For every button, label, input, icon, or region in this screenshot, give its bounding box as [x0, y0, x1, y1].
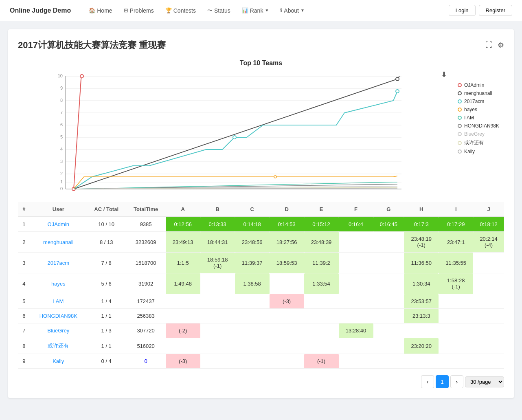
register-button[interactable]: Register: [479, 5, 512, 16]
cell-prob-H: 1:30:34: [404, 273, 439, 294]
cell-prob-G: [373, 323, 404, 338]
cell-prob-F: [339, 273, 373, 294]
cell-time: 256383: [126, 309, 165, 323]
login-button[interactable]: Login: [449, 5, 476, 16]
cell-user[interactable]: BlueGrey: [30, 323, 87, 338]
svg-text:2: 2: [60, 171, 63, 176]
cell-time: 31902: [126, 273, 165, 294]
page-size-select[interactable]: 30 /page 50 /page 100 /page: [465, 376, 504, 387]
nav-problems[interactable]: ⊞ Problems: [119, 5, 159, 16]
cell-prob-F: [339, 232, 373, 253]
prev-page-button[interactable]: ‹: [421, 375, 434, 388]
cell-rank: 9: [18, 354, 30, 369]
nav-status[interactable]: 〜 Status: [202, 4, 235, 17]
svg-point-38: [274, 176, 276, 178]
cell-prob-A: [166, 309, 200, 323]
cell-prob-F: [339, 253, 373, 273]
cell-prob-J: [473, 354, 504, 369]
cell-prob-B: [200, 309, 235, 323]
cell-time: 172437: [126, 294, 165, 309]
cell-prob-G: [373, 354, 404, 369]
table-row: 7 BlueGrey 1 / 3 307720 (-2)13:28:40: [18, 323, 504, 338]
nav-about[interactable]: ℹ About ▼: [275, 5, 309, 16]
next-page-button[interactable]: ›: [450, 375, 463, 388]
cell-user[interactable]: 或许还有: [30, 338, 87, 354]
cell-prob-H: [404, 323, 439, 338]
cell-rank: 2: [18, 232, 30, 253]
cell-prob-F: 0:16:4: [339, 217, 373, 232]
svg-point-35: [396, 77, 399, 81]
cell-ac: 1 / 3: [87, 323, 126, 338]
nav-about-label: About: [284, 7, 299, 14]
legend-label-huoxu: 或许还有: [464, 139, 484, 146]
settings-icon[interactable]: ⚙: [498, 41, 504, 50]
nav-rank[interactable]: 📊 Rank ▼: [237, 5, 274, 16]
cell-prob-C: [235, 309, 270, 323]
cell-prob-C: 0:14:18: [235, 217, 270, 232]
cell-time: 307720: [126, 323, 165, 338]
cell-user[interactable]: hayes: [30, 273, 87, 294]
cell-prob-C: 11:39:37: [235, 253, 270, 273]
cell-prob-G: [373, 309, 404, 323]
col-e: E: [304, 202, 339, 217]
col-user: User: [30, 202, 87, 217]
cell-prob-J: [473, 338, 504, 354]
cell-prob-G: [373, 338, 404, 354]
cell-prob-J: [473, 253, 504, 273]
cell-user[interactable]: Kally: [30, 354, 87, 369]
cell-prob-F: [339, 354, 373, 369]
table-header-row: # User AC / Total TotalTime A B C D E F …: [18, 202, 504, 217]
legend-hayes: hayes: [458, 107, 504, 112]
cell-prob-J: [473, 294, 504, 309]
download-icon[interactable]: ⬇: [441, 70, 447, 79]
svg-text:10: 10: [58, 73, 63, 78]
legend-dot-hayes: [458, 108, 462, 112]
cell-prob-I: [439, 323, 473, 338]
cell-time: 1518700: [126, 253, 165, 273]
cell-prob-C: 23:48:56: [235, 232, 270, 253]
cell-prob-B: [200, 294, 235, 309]
svg-text:9: 9: [60, 86, 63, 90]
rank-dropdown-icon: ▼: [265, 8, 269, 13]
col-i: I: [439, 202, 473, 217]
cell-prob-C: [235, 294, 270, 309]
cell-ac: 7 / 8: [87, 253, 126, 273]
chart-legend: OJAdmin menghuanali 2017acm hayes: [451, 70, 504, 192]
pagination: ‹ 1 › 30 /page 50 /page 100 /page: [18, 375, 504, 388]
legend-dot-iam: [458, 116, 462, 120]
cell-prob-D: [270, 323, 304, 338]
chart-section: Top 10 Teams 10 9 8 7 6 5 4 3 2 1: [18, 59, 504, 192]
table-row: 9 Kally 0 / 4 0 (-3)(-1): [18, 354, 504, 369]
svg-point-37: [396, 90, 399, 93]
nav-contests[interactable]: 🏆 Contests: [160, 5, 201, 16]
nav-home[interactable]: 🏠 Home: [84, 5, 117, 16]
cell-prob-E: 11:39:2: [304, 253, 339, 273]
cell-prob-E: [304, 323, 339, 338]
cell-user[interactable]: OJAdmin: [30, 217, 87, 232]
chart-svg: 10 9 8 7 6 5 4 3 2 1 0: [18, 70, 451, 192]
cell-prob-D: [270, 309, 304, 323]
legend-kally: Kally: [458, 149, 504, 154]
cell-prob-I: 0:17:29: [439, 217, 473, 232]
contest-title: 2017计算机技能大赛算法竞赛 重现赛: [18, 39, 166, 51]
cell-prob-H: 23:20:20: [404, 338, 439, 354]
cell-user[interactable]: I AM: [30, 294, 87, 309]
fullscreen-icon[interactable]: ⛶: [485, 41, 493, 50]
contest-actions: ⛶ ⚙: [485, 41, 504, 50]
chart-title: Top 10 Teams: [18, 59, 504, 67]
cell-user[interactable]: HONGDIAN98K: [30, 309, 87, 323]
cell-rank: 4: [18, 273, 30, 294]
cell-user[interactable]: 2017acm: [30, 253, 87, 273]
cell-ac: 1 / 1: [87, 309, 126, 323]
svg-text:7: 7: [60, 110, 63, 115]
cell-prob-E: [304, 294, 339, 309]
cell-prob-I: [439, 338, 473, 354]
cell-user[interactable]: menghuanali: [30, 232, 87, 253]
about-dropdown-icon: ▼: [300, 8, 305, 13]
cell-rank: 5: [18, 294, 30, 309]
nav-home-label: Home: [97, 7, 112, 14]
cell-rank: 8: [18, 338, 30, 354]
legend-label-hayes: hayes: [464, 107, 477, 112]
cell-rank: 1: [18, 217, 30, 232]
page-1-button[interactable]: 1: [436, 375, 449, 388]
